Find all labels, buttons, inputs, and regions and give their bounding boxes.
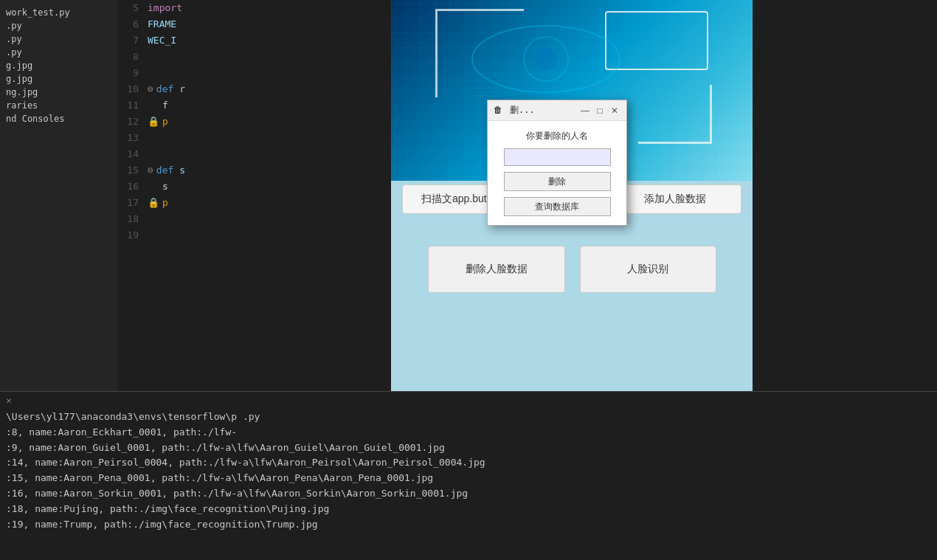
file-explorer: work_test.py .py .py .py g.jpg g.jpg ng.… <box>0 0 118 391</box>
dialog-prompt-label: 你要删除的人名 <box>526 130 588 142</box>
terminal-line-1: :8, name:Aaron_Eckhart_0001, path:./lfw- <box>6 425 931 440</box>
recognize-button[interactable]: 人脸识别 <box>580 246 716 293</box>
code-line-15: 15 ⊖def s <box>118 162 391 179</box>
dialog-window-controls: — □ ✕ <box>579 105 620 117</box>
code-line-8: 8 <box>118 49 391 65</box>
file-img3[interactable]: ng.jpg <box>0 86 118 99</box>
terminal-line-4: :15, name:Aaron_Pena_0001, path:./lfw-a\… <box>6 471 931 486</box>
dialog-app-icon: 🗑 <box>494 105 505 117</box>
code-line-7: 7 WEC_I <box>118 32 391 49</box>
terminal-close-button[interactable]: × <box>6 395 12 406</box>
face-svg <box>465 22 627 111</box>
file-2[interactable]: .py <box>0 32 118 46</box>
code-line-6: 6 FRAME <box>118 16 391 32</box>
file-img1[interactable]: g.jpg <box>0 59 118 72</box>
scan-corner-br <box>638 85 712 144</box>
code-line-13: 13 <box>118 130 391 146</box>
code-line-11: 11 f <box>118 97 391 114</box>
bottom-buttons-area: 删除人脸数据 人脸识别 <box>391 218 753 306</box>
code-line-18: 18 <box>118 211 391 227</box>
file-3[interactable]: .py <box>0 46 118 59</box>
terminal-output: \Users\yl177\anaconda3\envs\tensorflow\p… <box>0 407 937 535</box>
add-face-button[interactable]: 添加人脸数据 <box>609 184 741 214</box>
dialog-minimize-button[interactable]: — <box>579 105 591 117</box>
file-1[interactable]: .py <box>0 19 118 32</box>
dialog-titlebar: 🗑 删... — □ ✕ <box>488 100 626 121</box>
code-line-5: 5 import <box>118 0 391 16</box>
terminal-line-7: :19, name:Trump, path:./img\face_recogni… <box>6 517 931 533</box>
terminal-panel: × \Users\yl177\anaconda3\envs\tensorflow… <box>0 391 937 560</box>
dialog-delete-button[interactable]: 删除 <box>504 172 611 191</box>
right-panel <box>753 0 937 391</box>
terminal-line-2: :9, name:Aaron_Guiel_0001, path:./lfw-a\… <box>6 440 931 456</box>
terminal-line-6: :18, name:Pujing, path:./img\face_recogn… <box>6 502 931 517</box>
file-libraries[interactable]: raries <box>0 99 118 112</box>
delete-dialog: 🗑 删... — □ ✕ 你要删除的人名 删除 查询数据库 <box>487 100 627 226</box>
code-line-10: 10 ⊖def r <box>118 81 391 97</box>
delete-face-button[interactable]: 删除人脸数据 <box>428 246 565 293</box>
dialog-title-left: 🗑 删... <box>494 104 535 117</box>
code-line-12: 12 🔒p <box>118 114 391 130</box>
code-line-17: 17 🔒p <box>118 195 391 211</box>
terminal-line-0: \Users\yl177\anaconda3\envs\tensorflow\p… <box>6 409 931 425</box>
terminal-line-3: :14, name:Aaron_Peirsol_0004, path:./lfw… <box>6 455 931 471</box>
code-line-19: 19 <box>118 227 391 243</box>
dialog-query-button[interactable]: 查询数据库 <box>504 197 611 216</box>
dialog-close-button[interactable]: ✕ <box>609 105 620 117</box>
dialog-title-text: 删... <box>510 104 535 117</box>
code-line-14: 14 <box>118 146 391 162</box>
code-editor: 5 import 6 FRAME 7 WEC_I 8 9 10 ⊖def r 1… <box>118 0 391 391</box>
code-line-16: 16 s <box>118 179 391 195</box>
dialog-name-input[interactable] <box>504 148 611 166</box>
dialog-body: 你要删除的人名 删除 查询数据库 <box>488 121 626 225</box>
file-find-consoles[interactable]: nd Consoles <box>0 112 118 125</box>
file-work-test[interactable]: work_test.py <box>0 6 118 19</box>
file-img2[interactable]: g.jpg <box>0 72 118 86</box>
svg-point-2 <box>535 48 557 70</box>
dialog-maximize-button[interactable]: □ <box>594 105 606 117</box>
terminal-line-5: :16, name:Aaron_Sorkin_0001, path:./lfw-… <box>6 486 931 502</box>
code-line-9: 9 <box>118 65 391 81</box>
